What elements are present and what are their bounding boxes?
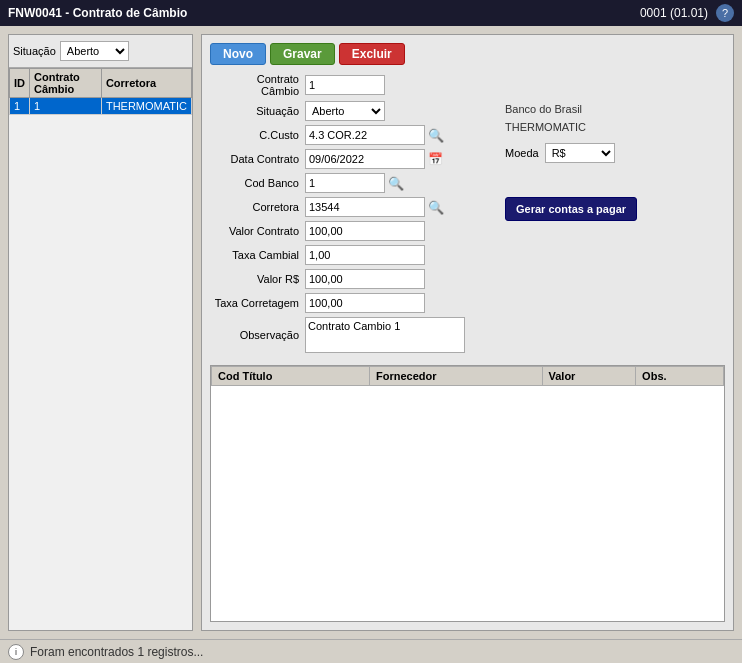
row-contrato-cambio: ContratoCâmbio: [210, 73, 497, 97]
label-valor-rs: Valor R$: [210, 273, 305, 285]
row-data-contrato: Data Contrato 📅: [210, 149, 497, 169]
version-label: 0001 (01.01): [640, 6, 708, 20]
textarea-observacao[interactable]: Contrato Cambio 1: [305, 317, 465, 353]
input-valor-contrato[interactable]: [305, 221, 425, 241]
gravar-button[interactable]: Gravar: [270, 43, 335, 65]
title-bar-right: 0001 (01.01) ?: [640, 4, 734, 22]
ccusto-search-icon[interactable]: 🔍: [428, 128, 444, 143]
moeda-row: Moeda R$ USD EUR: [505, 143, 725, 163]
form-section: ContratoCâmbio Situação Aberto Fechado C…: [210, 73, 725, 357]
toolbar: Novo Gravar Excluir: [210, 43, 725, 65]
thermomatic-label: THERMOMATIC: [505, 121, 725, 133]
left-table: ID Contrato Câmbio Corretora 1 1 THERMOM…: [9, 68, 192, 115]
form-right: Banco do Brasil THERMOMATIC Moeda R$ USD…: [505, 73, 725, 357]
row-taxa-corretagem: Taxa Corretagem: [210, 293, 497, 313]
input-contrato-cambio[interactable]: [305, 75, 385, 95]
input-data-contrato[interactable]: [305, 149, 425, 169]
situacao-filter-select[interactable]: Aberto Fechado Todos: [60, 41, 129, 61]
novo-button[interactable]: Novo: [210, 43, 266, 65]
label-cod-banco: Cod Banco: [210, 177, 305, 189]
excluir-button[interactable]: Excluir: [339, 43, 405, 65]
row-valor-rs: Valor R$: [210, 269, 497, 289]
right-panel: Novo Gravar Excluir ContratoCâmbio Situa…: [201, 34, 734, 631]
col-id: ID: [10, 69, 30, 98]
label-corretora: Corretora: [210, 201, 305, 213]
main-content: Situação Aberto Fechado Todos ID Contrat…: [0, 26, 742, 639]
label-data-contrato: Data Contrato: [210, 153, 305, 165]
col-contrato: Contrato Câmbio: [30, 69, 102, 98]
window-title: FNW0041 - Contrato de Câmbio: [8, 6, 187, 20]
row-observacao: Observação Contrato Cambio 1: [210, 317, 497, 353]
table-row[interactable]: 1 1 THERMOMATIC: [10, 98, 192, 115]
label-valor-contrato: Valor Contrato: [210, 225, 305, 237]
bottom-table-container: Cod Título Fornecedor Valor Obs.: [210, 365, 725, 622]
row-corretora: Corretora 🔍: [210, 197, 497, 217]
filter-label: Situação: [13, 45, 56, 57]
label-observacao: Observação: [210, 329, 305, 341]
banco-brasil-label: Banco do Brasil: [505, 103, 725, 115]
label-taxa-cambial: Taxa Cambial: [210, 249, 305, 261]
col-cod-titulo: Cod Título: [212, 367, 370, 386]
row-taxa-cambial: Taxa Cambial: [210, 245, 497, 265]
row-cod-banco: Cod Banco 🔍: [210, 173, 497, 193]
input-taxa-cambial[interactable]: [305, 245, 425, 265]
label-taxa-corretagem: Taxa Corretagem: [210, 297, 305, 309]
col-valor: Valor: [542, 367, 636, 386]
col-corretora: Corretora: [101, 69, 191, 98]
form-left: ContratoCâmbio Situação Aberto Fechado C…: [210, 73, 497, 357]
left-panel: Situação Aberto Fechado Todos ID Contrat…: [8, 34, 193, 631]
corretora-search-icon[interactable]: 🔍: [428, 200, 444, 215]
moeda-label: Moeda: [505, 147, 539, 159]
row-ccusto: C.Custo 🔍: [210, 125, 497, 145]
filter-row: Situação Aberto Fechado Todos: [9, 35, 192, 68]
label-contrato-cambio: ContratoCâmbio: [210, 73, 305, 97]
help-button[interactable]: ?: [716, 4, 734, 22]
input-ccusto[interactable]: [305, 125, 425, 145]
bottom-table: Cod Título Fornecedor Valor Obs.: [211, 366, 724, 386]
calendar-icon[interactable]: 📅: [428, 152, 443, 166]
label-ccusto: C.Custo: [210, 129, 305, 141]
status-icon: i: [8, 644, 24, 660]
row-valor-contrato: Valor Contrato: [210, 221, 497, 241]
status-message: Foram encontrados 1 registros...: [30, 645, 203, 659]
status-bar: i Foram encontrados 1 registros...: [0, 639, 742, 663]
row-situacao: Situação Aberto Fechado: [210, 101, 497, 121]
input-cod-banco[interactable]: [305, 173, 385, 193]
input-valor-rs[interactable]: [305, 269, 425, 289]
situacao-select[interactable]: Aberto Fechado: [305, 101, 385, 121]
input-corretora[interactable]: [305, 197, 425, 217]
banco-search-icon[interactable]: 🔍: [388, 176, 404, 191]
title-bar: FNW0041 - Contrato de Câmbio 0001 (01.01…: [0, 0, 742, 26]
gerar-contas-button[interactable]: Gerar contas a pagar: [505, 197, 637, 221]
input-taxa-corretagem[interactable]: [305, 293, 425, 313]
col-obs: Obs.: [636, 367, 724, 386]
col-fornecedor: Fornecedor: [370, 367, 542, 386]
moeda-select[interactable]: R$ USD EUR: [545, 143, 615, 163]
label-situacao: Situação: [210, 105, 305, 117]
